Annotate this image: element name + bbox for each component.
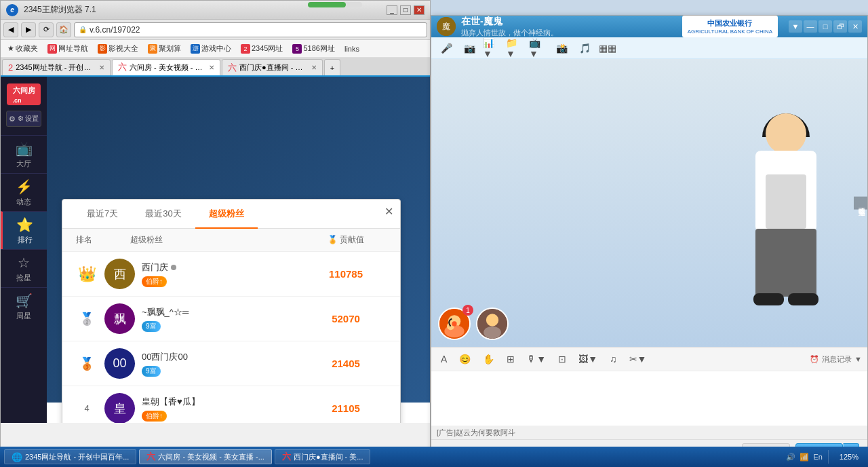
rank-medal-1: 👑	[76, 263, 98, 285]
back-btn[interactable]: ◀	[3, 22, 18, 37]
sidebar-item-grabstar[interactable]: ☆ 抢星	[1, 249, 47, 287]
tab-new[interactable]: +	[324, 59, 340, 75]
sidebar-item-dynamic[interactable]: ⚡ 动态	[1, 173, 47, 211]
rank-num-4: 4	[76, 403, 98, 413]
fan-avatar-2[interactable]: 飘	[104, 303, 135, 334]
photo-btn[interactable]: 📸	[552, 40, 571, 56]
qq-restore-btn[interactable]: □	[818, 20, 832, 33]
fan-tab-30days[interactable]: 最近30天	[132, 200, 195, 228]
settings-btn[interactable]: ⚙ ⚙ 设置	[6, 111, 41, 127]
fan-row-2: 🥈 飘 ~飘飘_^☆═ 9富 52070	[62, 297, 400, 341]
tab-1[interactable]: 2 2345网址导航 - 开创中国百年... ✕	[2, 59, 111, 75]
fav-video[interactable]: 影 影视大全	[95, 42, 141, 55]
qq-window-controls: ▼ — □ 🗗 ✕	[789, 20, 862, 33]
video-btn[interactable]: 📷	[460, 40, 479, 56]
fav-2345[interactable]: 2 2345网址	[238, 42, 285, 55]
fan-avatar-4[interactable]: 皇	[104, 393, 135, 423]
medal-icon: 🏅	[328, 235, 338, 244]
popup-close-btn[interactable]: ✕	[384, 205, 393, 218]
week-icon: 🛒	[16, 293, 33, 309]
app-btn[interactable]: ▦▦	[598, 40, 617, 56]
contrib-val-4: 21105	[305, 403, 387, 414]
emoji-btn[interactable]: 😊	[455, 352, 475, 366]
tab-1-icon: 2	[8, 62, 13, 73]
tray-time: 125%	[834, 453, 864, 461]
more-btn[interactable]: ✂▼	[625, 352, 651, 366]
tab-2[interactable]: 六 六间房 - 美女视频 - 美女直播 -... ✕	[112, 59, 220, 75]
qq-close-btn[interactable]: ✕	[848, 20, 862, 33]
screenshot-btn[interactable]: ⊞	[502, 352, 519, 366]
minimize-btn[interactable]: _	[387, 5, 397, 15]
qq-maximize-btn[interactable]: 🗗	[833, 20, 847, 33]
fan-row-4: 4 皇 皇朝【香♥瓜】 伯爵↑ 21105	[62, 386, 400, 423]
remote-btn[interactable]: ⊡	[554, 352, 570, 366]
fav-links[interactable]: links	[342, 43, 362, 54]
message-record-btn[interactable]: ⏰ 消息记录 ▼	[810, 354, 862, 365]
taskbar-item-1[interactable]: 🌐 2345网址导航 - 开创中国百年...	[4, 449, 136, 464]
home-btn[interactable]: 🏠	[56, 22, 71, 37]
fan-level-2: 9富	[142, 321, 305, 332]
voice-btn[interactable]: 🎤	[437, 40, 456, 56]
avatar-container-2	[476, 307, 509, 340]
fav-games[interactable]: 游 游戏中心	[188, 42, 234, 55]
level-badge-4: 伯爵↑	[142, 411, 167, 422]
qq-input-area	[431, 371, 867, 426]
fan-avatar-1[interactable]: 西	[104, 259, 135, 289]
message-input[interactable]	[435, 375, 863, 416]
nudge-btn[interactable]: ✋	[479, 352, 498, 366]
fav-shopping[interactable]: 聚 聚划算	[145, 42, 184, 55]
sidebar-item-weekstar[interactable]: 🛒 周星	[1, 287, 47, 325]
music-input-btn[interactable]: ♫	[606, 352, 621, 366]
address-bar[interactable]: 🔒 v.6.cn/197022	[74, 22, 427, 37]
close-btn[interactable]: ✕	[414, 5, 425, 15]
fan-table-header: 排名 超级粉丝 🏅 贡献值	[62, 229, 400, 252]
avatar-container-1: 1	[438, 307, 471, 340]
tab-3[interactable]: 六 西门庆●直播间 - 美... ✕	[222, 59, 323, 75]
sidebar-item-rank[interactable]: ⭐ 排行	[1, 211, 47, 249]
file-btn[interactable]: 📁▼	[506, 40, 525, 56]
qq-menu-btn[interactable]: ▼	[789, 20, 802, 33]
chart-btn[interactable]: 📊▼	[483, 40, 502, 56]
fav-5186[interactable]: 5 5186网址	[290, 42, 337, 55]
tray-network[interactable]: 📶	[800, 453, 809, 462]
image-btn[interactable]: 🖼▼	[574, 352, 601, 366]
tab-3-close[interactable]: ✕	[311, 64, 317, 71]
taskbar-item-2[interactable]: 六 六间房 - 美女视频 - 美女直播 -...	[139, 449, 271, 464]
avatar-right-shoe	[788, 293, 818, 305]
record-voice-btn[interactable]: 🎙▼	[523, 352, 550, 366]
side-panel-btn[interactable]: 哈西哦 迎宝弟	[854, 197, 867, 210]
avatar-figure	[745, 113, 827, 331]
taskbar-item-3[interactable]: 六 西门庆●直播间 - 美...	[275, 449, 371, 464]
restore-btn[interactable]: □	[400, 5, 411, 15]
music-btn[interactable]: 🎵	[575, 40, 594, 56]
tab-2-close[interactable]: ✕	[209, 64, 214, 71]
tray-input-method[interactable]: En	[813, 453, 822, 461]
qq-title-info: 在世-魔鬼 抛弃人情世故，做个神经病。	[461, 16, 677, 38]
tab-1-close[interactable]: ✕	[99, 64, 104, 71]
screen-btn[interactable]: 📺▼	[529, 40, 548, 56]
avatar-shirt-pattern	[766, 174, 806, 229]
font-btn[interactable]: A	[437, 352, 451, 366]
fav-star[interactable]: ★ 收藏夹	[5, 42, 41, 55]
qq-minimize-btn[interactable]: —	[804, 20, 817, 33]
level-badge-2: 9富	[142, 321, 161, 332]
small-avatar-2[interactable]	[476, 307, 509, 340]
tray-volume[interactable]: 🔊	[786, 453, 795, 462]
fan-name-2: ~飘飘_^☆═	[142, 306, 305, 318]
sidebar-item-hall[interactable]: 📺 大厅	[1, 135, 47, 173]
refresh-btn[interactable]: ⟳	[39, 22, 54, 37]
fan-info-4: 皇朝【香♥瓜】 伯爵↑	[142, 396, 305, 422]
forward-btn[interactable]: ▶	[21, 22, 36, 37]
fav-nav[interactable]: 网 网址导航	[45, 42, 91, 55]
level-badge-3: 9富	[142, 366, 161, 377]
fan-name-4: 皇朝【香♥瓜】	[142, 396, 305, 408]
fan-level-1: 伯爵↑	[142, 276, 305, 287]
fan-avatar-3[interactable]: 00	[104, 348, 135, 379]
svg-text:魔: 魔	[442, 22, 450, 31]
fan-tab-super[interactable]: 超级粉丝	[195, 200, 258, 228]
fan-info-2: ~飘飘_^☆═ 9富	[142, 306, 305, 332]
fan-tab-7days[interactable]: 最近7天	[73, 200, 132, 228]
qq-3d-avatar-container	[725, 73, 847, 331]
taskbar-icon-2: 六	[146, 451, 155, 463]
fan-info-1: 西门庆 伯爵↑	[142, 261, 305, 287]
